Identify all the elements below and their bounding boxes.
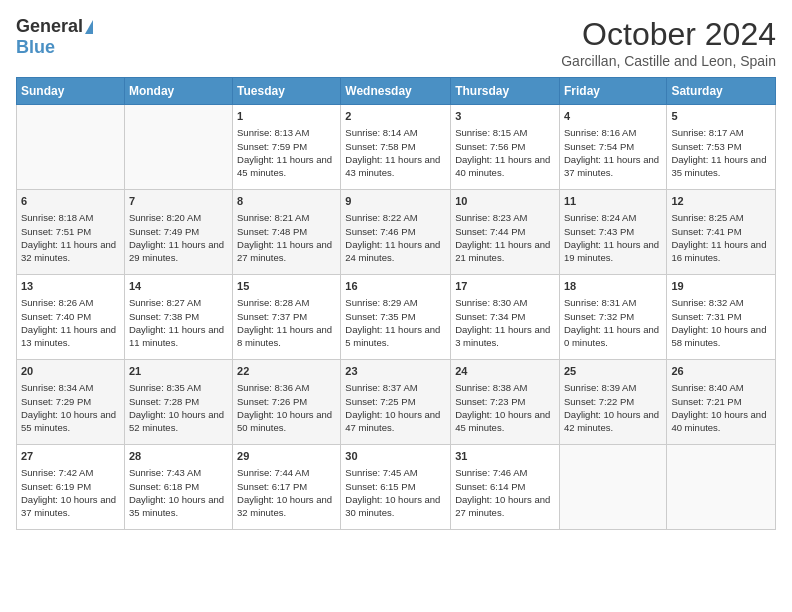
calendar-cell: 6Sunrise: 8:18 AM Sunset: 7:51 PM Daylig… — [17, 190, 125, 275]
calendar-week-row: 13Sunrise: 8:26 AM Sunset: 7:40 PM Dayli… — [17, 275, 776, 360]
day-number: 11 — [564, 194, 662, 209]
day-info: Sunrise: 8:29 AM Sunset: 7:35 PM Dayligh… — [345, 296, 446, 349]
calendar-week-row: 1Sunrise: 8:13 AM Sunset: 7:59 PM Daylig… — [17, 105, 776, 190]
calendar-cell: 5Sunrise: 8:17 AM Sunset: 7:53 PM Daylig… — [667, 105, 776, 190]
page-header: General Blue October 2024 Garcillan, Cas… — [16, 16, 776, 69]
day-number: 13 — [21, 279, 120, 294]
calendar-cell: 31Sunrise: 7:46 AM Sunset: 6:14 PM Dayli… — [451, 445, 560, 530]
day-info: Sunrise: 8:27 AM Sunset: 7:38 PM Dayligh… — [129, 296, 228, 349]
calendar-cell: 27Sunrise: 7:42 AM Sunset: 6:19 PM Dayli… — [17, 445, 125, 530]
day-number: 30 — [345, 449, 446, 464]
day-number: 15 — [237, 279, 336, 294]
day-number: 19 — [671, 279, 771, 294]
calendar-cell: 29Sunrise: 7:44 AM Sunset: 6:17 PM Dayli… — [233, 445, 341, 530]
day-info: Sunrise: 8:14 AM Sunset: 7:58 PM Dayligh… — [345, 126, 446, 179]
calendar-cell — [124, 105, 232, 190]
calendar-table: SundayMondayTuesdayWednesdayThursdayFrid… — [16, 77, 776, 530]
calendar-cell: 13Sunrise: 8:26 AM Sunset: 7:40 PM Dayli… — [17, 275, 125, 360]
day-of-week-header: Saturday — [667, 78, 776, 105]
day-number: 24 — [455, 364, 555, 379]
day-number: 1 — [237, 109, 336, 124]
logo-general-text: General — [16, 16, 83, 37]
calendar-cell — [17, 105, 125, 190]
day-info: Sunrise: 7:43 AM Sunset: 6:18 PM Dayligh… — [129, 466, 228, 519]
day-info: Sunrise: 8:31 AM Sunset: 7:32 PM Dayligh… — [564, 296, 662, 349]
calendar-cell: 12Sunrise: 8:25 AM Sunset: 7:41 PM Dayli… — [667, 190, 776, 275]
day-number: 26 — [671, 364, 771, 379]
day-info: Sunrise: 8:38 AM Sunset: 7:23 PM Dayligh… — [455, 381, 555, 434]
calendar-cell: 4Sunrise: 8:16 AM Sunset: 7:54 PM Daylig… — [559, 105, 666, 190]
calendar-cell: 28Sunrise: 7:43 AM Sunset: 6:18 PM Dayli… — [124, 445, 232, 530]
calendar-cell: 1Sunrise: 8:13 AM Sunset: 7:59 PM Daylig… — [233, 105, 341, 190]
day-info: Sunrise: 8:24 AM Sunset: 7:43 PM Dayligh… — [564, 211, 662, 264]
calendar-cell — [667, 445, 776, 530]
day-number: 7 — [129, 194, 228, 209]
day-info: Sunrise: 8:16 AM Sunset: 7:54 PM Dayligh… — [564, 126, 662, 179]
day-info: Sunrise: 8:40 AM Sunset: 7:21 PM Dayligh… — [671, 381, 771, 434]
day-number: 25 — [564, 364, 662, 379]
calendar-cell: 9Sunrise: 8:22 AM Sunset: 7:46 PM Daylig… — [341, 190, 451, 275]
calendar-cell: 3Sunrise: 8:15 AM Sunset: 7:56 PM Daylig… — [451, 105, 560, 190]
day-number: 23 — [345, 364, 446, 379]
day-info: Sunrise: 8:21 AM Sunset: 7:48 PM Dayligh… — [237, 211, 336, 264]
day-info: Sunrise: 8:17 AM Sunset: 7:53 PM Dayligh… — [671, 126, 771, 179]
day-info: Sunrise: 8:22 AM Sunset: 7:46 PM Dayligh… — [345, 211, 446, 264]
day-number: 27 — [21, 449, 120, 464]
day-info: Sunrise: 8:18 AM Sunset: 7:51 PM Dayligh… — [21, 211, 120, 264]
logo-triangle-icon — [85, 20, 93, 34]
day-number: 20 — [21, 364, 120, 379]
calendar-cell: 22Sunrise: 8:36 AM Sunset: 7:26 PM Dayli… — [233, 360, 341, 445]
month-title: October 2024 — [561, 16, 776, 53]
calendar-cell: 24Sunrise: 8:38 AM Sunset: 7:23 PM Dayli… — [451, 360, 560, 445]
day-number: 8 — [237, 194, 336, 209]
day-info: Sunrise: 8:26 AM Sunset: 7:40 PM Dayligh… — [21, 296, 120, 349]
day-number: 28 — [129, 449, 228, 464]
calendar-cell: 23Sunrise: 8:37 AM Sunset: 7:25 PM Dayli… — [341, 360, 451, 445]
day-of-week-header: Thursday — [451, 78, 560, 105]
day-info: Sunrise: 8:32 AM Sunset: 7:31 PM Dayligh… — [671, 296, 771, 349]
day-info: Sunrise: 8:28 AM Sunset: 7:37 PM Dayligh… — [237, 296, 336, 349]
day-number: 2 — [345, 109, 446, 124]
day-of-week-header: Wednesday — [341, 78, 451, 105]
calendar-cell: 15Sunrise: 8:28 AM Sunset: 7:37 PM Dayli… — [233, 275, 341, 360]
calendar-cell: 14Sunrise: 8:27 AM Sunset: 7:38 PM Dayli… — [124, 275, 232, 360]
day-info: Sunrise: 8:15 AM Sunset: 7:56 PM Dayligh… — [455, 126, 555, 179]
day-info: Sunrise: 7:45 AM Sunset: 6:15 PM Dayligh… — [345, 466, 446, 519]
day-of-week-header: Monday — [124, 78, 232, 105]
day-info: Sunrise: 8:39 AM Sunset: 7:22 PM Dayligh… — [564, 381, 662, 434]
calendar-cell: 16Sunrise: 8:29 AM Sunset: 7:35 PM Dayli… — [341, 275, 451, 360]
day-number: 14 — [129, 279, 228, 294]
day-number: 29 — [237, 449, 336, 464]
day-of-week-header: Friday — [559, 78, 666, 105]
day-number: 17 — [455, 279, 555, 294]
day-number: 10 — [455, 194, 555, 209]
day-info: Sunrise: 8:20 AM Sunset: 7:49 PM Dayligh… — [129, 211, 228, 264]
day-info: Sunrise: 8:13 AM Sunset: 7:59 PM Dayligh… — [237, 126, 336, 179]
calendar-cell: 8Sunrise: 8:21 AM Sunset: 7:48 PM Daylig… — [233, 190, 341, 275]
day-number: 21 — [129, 364, 228, 379]
day-number: 4 — [564, 109, 662, 124]
logo: General Blue — [16, 16, 93, 58]
calendar-cell: 21Sunrise: 8:35 AM Sunset: 7:28 PM Dayli… — [124, 360, 232, 445]
calendar-cell: 25Sunrise: 8:39 AM Sunset: 7:22 PM Dayli… — [559, 360, 666, 445]
calendar-cell: 2Sunrise: 8:14 AM Sunset: 7:58 PM Daylig… — [341, 105, 451, 190]
day-of-week-header: Sunday — [17, 78, 125, 105]
day-number: 22 — [237, 364, 336, 379]
day-number: 18 — [564, 279, 662, 294]
calendar-week-row: 20Sunrise: 8:34 AM Sunset: 7:29 PM Dayli… — [17, 360, 776, 445]
calendar-cell: 18Sunrise: 8:31 AM Sunset: 7:32 PM Dayli… — [559, 275, 666, 360]
day-info: Sunrise: 8:37 AM Sunset: 7:25 PM Dayligh… — [345, 381, 446, 434]
day-number: 5 — [671, 109, 771, 124]
calendar-week-row: 6Sunrise: 8:18 AM Sunset: 7:51 PM Daylig… — [17, 190, 776, 275]
day-info: Sunrise: 8:36 AM Sunset: 7:26 PM Dayligh… — [237, 381, 336, 434]
day-of-week-header: Tuesday — [233, 78, 341, 105]
calendar-cell: 7Sunrise: 8:20 AM Sunset: 7:49 PM Daylig… — [124, 190, 232, 275]
calendar-cell: 19Sunrise: 8:32 AM Sunset: 7:31 PM Dayli… — [667, 275, 776, 360]
day-info: Sunrise: 8:30 AM Sunset: 7:34 PM Dayligh… — [455, 296, 555, 349]
day-number: 9 — [345, 194, 446, 209]
calendar-cell: 20Sunrise: 8:34 AM Sunset: 7:29 PM Dayli… — [17, 360, 125, 445]
calendar-cell: 26Sunrise: 8:40 AM Sunset: 7:21 PM Dayli… — [667, 360, 776, 445]
day-info: Sunrise: 7:44 AM Sunset: 6:17 PM Dayligh… — [237, 466, 336, 519]
day-number: 31 — [455, 449, 555, 464]
day-number: 16 — [345, 279, 446, 294]
